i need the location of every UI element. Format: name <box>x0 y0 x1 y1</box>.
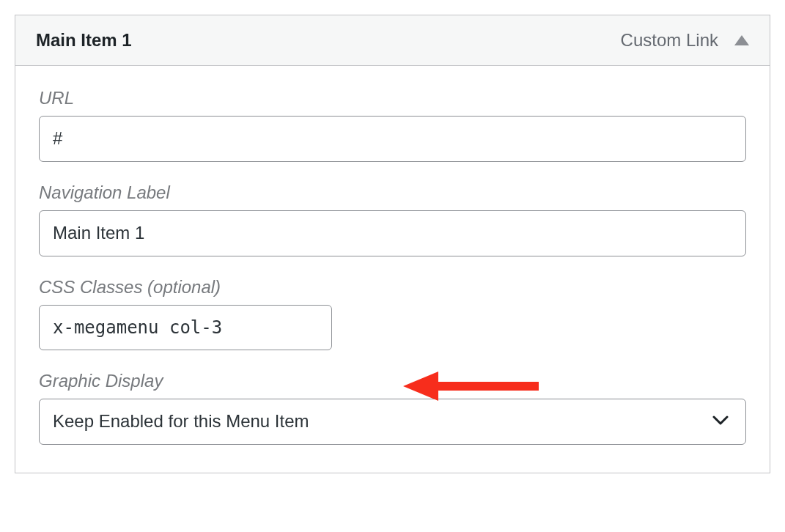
graphic-display-select[interactable]: Keep Enabled for this Menu Item <box>39 399 746 445</box>
graphic-display-field-group: Graphic Display Keep Enabled for this Me… <box>39 371 746 445</box>
menu-item-content: URL Navigation Label CSS Classes (option… <box>15 66 770 473</box>
url-label: URL <box>39 88 746 108</box>
css-classes-field-group: CSS Classes (optional) <box>39 277 746 351</box>
url-field-group: URL <box>39 88 746 162</box>
nav-label-input[interactable] <box>39 210 746 256</box>
css-classes-label: CSS Classes (optional) <box>39 277 746 298</box>
collapse-icon[interactable] <box>734 35 749 45</box>
menu-item-type-section: Custom Link <box>621 30 749 51</box>
nav-label-label: Navigation Label <box>39 182 746 203</box>
menu-item-header[interactable]: Main Item 1 Custom Link <box>15 15 770 66</box>
menu-item-panel: Main Item 1 Custom Link URL Navigation L… <box>15 15 770 473</box>
graphic-display-label: Graphic Display <box>39 371 746 391</box>
css-classes-input[interactable] <box>39 305 332 351</box>
select-wrapper: Keep Enabled for this Menu Item <box>39 399 746 445</box>
menu-item-title: Main Item 1 <box>36 30 132 51</box>
menu-item-type-label: Custom Link <box>621 30 718 51</box>
url-input[interactable] <box>39 116 746 162</box>
nav-label-field-group: Navigation Label <box>39 182 746 256</box>
